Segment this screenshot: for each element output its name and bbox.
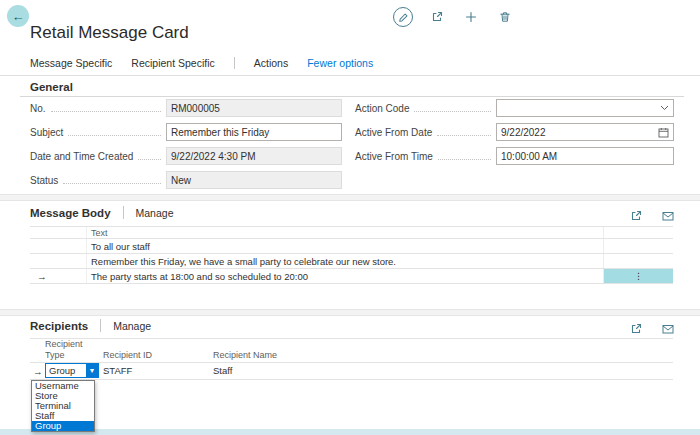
dotted-leader (437, 135, 491, 136)
active-from-date-field[interactable]: 9/22/2022 (496, 123, 674, 141)
dotted-leader (51, 111, 161, 112)
recipient-type-dropdown: Username Store Terminal Staff Group (31, 380, 95, 432)
back-button[interactable]: ← (7, 5, 29, 27)
dotted-leader (63, 183, 161, 184)
text-column-header[interactable]: Text (91, 228, 108, 238)
row-actions-button[interactable]: ⋮ (603, 269, 673, 283)
email-icon[interactable] (658, 319, 678, 339)
row-end-cell (603, 239, 673, 253)
recipients-header: Recipients Manage (30, 319, 151, 332)
section-heading-recipients[interactable]: Recipients (30, 320, 88, 332)
current-row-marker-icon: → (33, 366, 43, 377)
dropdown-caret-icon: ▼ (86, 364, 98, 377)
calendar-icon[interactable] (658, 127, 669, 138)
recipient-type-select[interactable]: Group ▼ (45, 363, 99, 378)
command-bar (393, 7, 515, 27)
field-label-active-from-time: Active From Time (355, 151, 433, 162)
recipient-type-value: Group (49, 365, 75, 376)
action-code-field[interactable] (496, 99, 674, 117)
row-selector (30, 239, 87, 253)
recipient-id-column-header[interactable]: Recipient ID (103, 350, 152, 360)
recipient-row: → Group ▼ STAFF Staff (30, 363, 673, 380)
status-field[interactable]: New (166, 171, 342, 189)
field-label-subject: Subject (30, 127, 63, 138)
text-cell[interactable]: Remember this Friday, we have a small pa… (87, 254, 603, 268)
general-fields-left: No. RM000005 Subject Remember this Frida… (30, 99, 342, 195)
chevron-down-icon (660, 105, 669, 111)
row-selector-column (30, 227, 87, 238)
message-body-row: To all our staff (30, 239, 673, 254)
message-body-row: Remember this Friday, we have a small pa… (30, 254, 673, 269)
page-title: Retail Message Card (30, 23, 189, 43)
field-active-from-time: Active From Time 10:00:00 AM (355, 147, 674, 165)
share-icon (431, 11, 443, 23)
menu-item-message-specific[interactable]: Message Specific (30, 57, 112, 69)
message-body-row-selected: → The party starts at 18:00 and so sched… (30, 269, 673, 284)
general-fields-right: Action Code Active From Date 9/22/2022 A… (355, 99, 674, 171)
section-divider (100, 319, 101, 332)
message-body-table: Text To all our staff Remember this Frid… (30, 226, 673, 284)
text-cell[interactable]: To all our staff (87, 239, 603, 253)
recipients-table: Recipient Type Recipient ID Recipient Na… (30, 338, 673, 380)
menu-item-actions[interactable]: Actions (254, 57, 288, 69)
field-label-action-code: Action Code (355, 103, 409, 114)
section-heading-general[interactable]: General (30, 81, 73, 93)
dotted-leader (138, 159, 161, 160)
field-label-active-from-date: Active From Date (355, 127, 432, 138)
recipient-name-column-header[interactable]: Recipient Name (213, 350, 277, 360)
delete-button[interactable] (495, 7, 515, 27)
back-icon: ← (12, 9, 25, 24)
row-selector: → (30, 366, 45, 377)
section-divider-band (0, 194, 700, 201)
edit-button[interactable] (393, 7, 413, 27)
message-body-manage-button[interactable]: Manage (136, 207, 174, 219)
field-subject: Subject Remember this Friday (30, 123, 342, 141)
active-from-time-field[interactable]: 10:00:00 AM (496, 147, 674, 165)
section-heading-message-body[interactable]: Message Body (30, 207, 111, 219)
field-active-from-date: Active From Date 9/22/2022 (355, 123, 674, 141)
current-row-marker-icon: → (37, 271, 47, 282)
add-button[interactable] (461, 7, 481, 27)
recipient-type-column-header[interactable]: Recipient Type (45, 339, 93, 360)
date-time-created-field[interactable]: 9/22/2022 4:30 PM (166, 147, 342, 165)
recipients-table-header: Recipient Type Recipient ID Recipient Na… (30, 339, 673, 363)
section-divider (123, 206, 124, 219)
field-no: No. RM000005 (30, 99, 342, 117)
row-selector: → (30, 269, 87, 283)
field-status: Status New (30, 171, 342, 189)
dropdown-option-group-selected[interactable]: Group (32, 421, 94, 431)
edit-icon (398, 12, 409, 23)
action-menu-bar: Message Specific Recipient Specific Acti… (30, 57, 392, 69)
text-cell[interactable]: The party starts at 18:00 and so schedul… (87, 269, 603, 283)
dotted-leader (438, 159, 491, 160)
recipients-icons (626, 319, 678, 339)
ellipsis-icon: ⋮ (634, 271, 643, 281)
retail-message-card-page: ← Retail Message Card Message Specific R (0, 0, 700, 435)
general-heading-rule (20, 96, 684, 97)
email-icon[interactable] (658, 206, 678, 226)
message-body-header: Message Body Manage (30, 206, 173, 219)
message-body-icons (626, 206, 678, 226)
dotted-leader (68, 135, 161, 136)
row-selector (30, 254, 87, 268)
dotted-leader (414, 111, 491, 112)
menu-item-recipient-specific[interactable]: Recipient Specific (131, 57, 214, 69)
menu-divider (234, 57, 235, 69)
open-in-window-icon[interactable] (626, 206, 646, 226)
recipient-name-cell[interactable]: Staff (213, 365, 363, 378)
open-in-window-icon[interactable] (626, 319, 646, 339)
field-label-no: No. (30, 103, 46, 114)
recipients-manage-button[interactable]: Manage (113, 320, 151, 332)
field-label-status: Status (30, 175, 58, 186)
recipient-id-cell[interactable]: STAFF (103, 365, 213, 378)
add-icon (465, 11, 477, 23)
subject-field[interactable]: Remember this Friday (166, 123, 342, 141)
no-field[interactable]: RM000005 (166, 99, 342, 117)
bottom-band (0, 429, 700, 435)
section-divider-band (0, 309, 700, 316)
row-end-cell (603, 254, 673, 268)
menu-item-fewer-options[interactable]: Fewer options (307, 57, 373, 69)
field-label-date-time-created: Date and Time Created (30, 151, 133, 162)
share-button[interactable] (427, 7, 447, 27)
message-body-table-header: Text (30, 227, 673, 239)
